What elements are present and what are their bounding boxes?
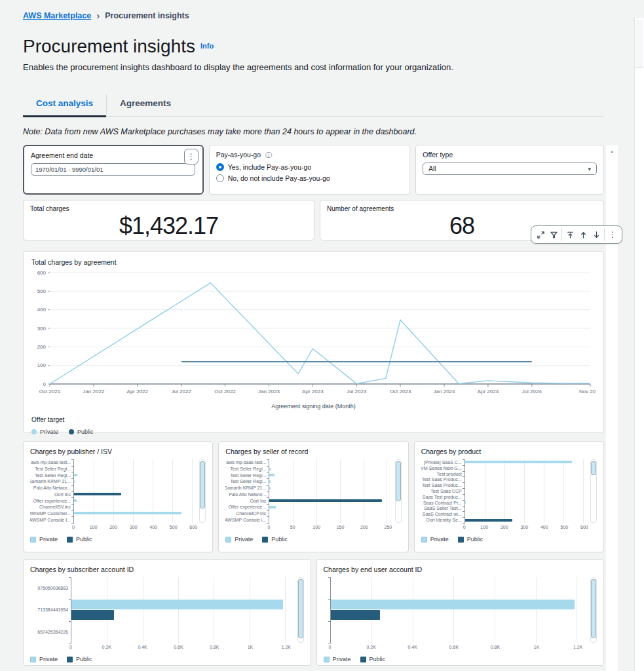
bar-row[interactable] — [71, 599, 294, 621]
breadcrumb-link-aws-marketplace[interactable]: AWS Marketplace — [23, 11, 91, 20]
bar-private[interactable] — [465, 501, 466, 504]
legend-item-private[interactable]: Private — [30, 536, 58, 543]
bar-public[interactable] — [71, 610, 114, 620]
bar-row[interactable] — [269, 472, 391, 478]
bar-private[interactable] — [269, 480, 270, 483]
bar-row[interactable] — [465, 482, 587, 488]
bar-row[interactable] — [465, 494, 587, 500]
line-chart-plot[interactable]: 0100200300400500600Oct 2021Jan 2022Apr 2… — [31, 266, 596, 403]
offer-type-select[interactable]: All ▾ — [423, 163, 597, 175]
bar-private[interactable] — [269, 506, 275, 508]
bar-private[interactable] — [331, 600, 575, 609]
info-link[interactable]: Info — [200, 42, 214, 50]
page-scrollbar[interactable] — [634, 18, 644, 671]
bar-row[interactable] — [269, 510, 391, 517]
bar-row[interactable] — [465, 476, 587, 482]
bar-row[interactable] — [269, 491, 391, 498]
bar-chart-plot[interactable]: [Private] SaaS C...VM-Series Next-G...Te… — [421, 459, 597, 530]
bar-row[interactable] — [465, 488, 587, 494]
info-circle-icon[interactable]: ⓘ — [265, 151, 272, 159]
bar-row[interactable] — [74, 491, 196, 498]
bar-public[interactable] — [269, 499, 382, 502]
bar-row[interactable] — [71, 577, 294, 599]
bar-row[interactable] — [74, 466, 196, 472]
dashboard-scrollbar[interactable]: ▲ — [606, 145, 618, 671]
arrow-down-icon[interactable] — [590, 228, 603, 241]
bar-private[interactable] — [74, 474, 77, 476]
bar-private[interactable] — [71, 600, 283, 609]
bar-public[interactable] — [74, 493, 121, 495]
bar-private[interactable] — [269, 487, 271, 489]
bar-row[interactable] — [74, 497, 196, 504]
radio-option-no[interactable]: No, do not include Pay-as-you-go — [216, 174, 404, 182]
bar-chart-plot[interactable]: 97505003688371338444195465742535422600.2… — [30, 577, 304, 650]
bar-row[interactable] — [465, 465, 587, 471]
scroll-up-icon[interactable]: ▲ — [606, 145, 618, 153]
bar-row[interactable] — [465, 500, 587, 506]
chart-scrollbar[interactable] — [590, 459, 597, 523]
bar-private[interactable] — [74, 480, 75, 483]
legend-item-public[interactable]: Public — [262, 536, 288, 543]
legend-item-private[interactable]: Private — [31, 429, 58, 435]
chart-scrollbar[interactable] — [590, 577, 597, 643]
kebab-menu-icon[interactable]: ⋮ — [184, 149, 199, 164]
bar-row[interactable] — [465, 506, 587, 512]
scrollbar-thumb[interactable] — [635, 20, 643, 67]
filter-label: Pay-as-you-go — [216, 151, 261, 159]
kebab-menu-icon[interactable]: ⋮ — [606, 228, 619, 241]
bar-row[interactable] — [269, 504, 391, 510]
bar-private[interactable] — [74, 512, 181, 514]
legend-item-public[interactable]: Public — [458, 536, 483, 543]
bar-public[interactable] — [465, 519, 512, 522]
tab-agreements[interactable]: Agreements — [106, 94, 184, 116]
bar-row[interactable] — [74, 472, 196, 478]
bar-row[interactable] — [269, 459, 391, 466]
bar-chart-plot[interactable]: aws-mp-saas-test...Test Seller Regi...Te… — [225, 459, 401, 530]
bar-row[interactable] — [269, 485, 391, 491]
filter-funnel-icon[interactable] — [547, 228, 560, 241]
legend-item-public[interactable]: Public — [360, 656, 386, 662]
bar-row[interactable] — [331, 577, 588, 599]
bar-row[interactable] — [465, 517, 587, 523]
bar-row[interactable] — [74, 485, 196, 491]
move-to-top-icon[interactable] — [563, 228, 577, 241]
bar-row[interactable] — [71, 621, 294, 643]
bar-row[interactable] — [465, 511, 587, 517]
bar-row[interactable] — [74, 516, 196, 523]
chart-scrollbar[interactable] — [395, 459, 402, 523]
bar-row[interactable] — [331, 621, 588, 643]
expand-icon[interactable] — [534, 228, 547, 241]
tab-cost-analysis[interactable]: Cost analysis — [23, 94, 106, 116]
bar-row[interactable] — [269, 478, 391, 485]
bar-private[interactable] — [269, 474, 274, 476]
chart-scrollbar[interactable] — [199, 459, 206, 523]
radio-option-yes[interactable]: Yes, include Pay-as-you-go — [216, 163, 404, 171]
date-range-input[interactable] — [31, 163, 195, 176]
bar-row[interactable] — [269, 516, 391, 523]
bar-row[interactable] — [74, 478, 196, 485]
bar-row[interactable] — [331, 599, 588, 621]
bar-private[interactable] — [74, 499, 77, 502]
bar-row[interactable] — [465, 471, 587, 477]
arrow-up-icon[interactable] — [577, 228, 590, 241]
bar-chart-plot[interactable]: aws-mp-saas-test...Test Seller Regi...Te… — [30, 459, 206, 530]
bar-row[interactable] — [74, 504, 196, 510]
bar-row[interactable] — [74, 459, 196, 466]
bar-row[interactable] — [465, 459, 587, 465]
bar-public[interactable] — [331, 610, 380, 620]
bar-row[interactable] — [74, 510, 196, 517]
svg-text:Jan 2024: Jan 2024 — [434, 389, 455, 394]
legend-item-private[interactable]: Private — [225, 536, 253, 543]
legend-item-private[interactable]: Private — [421, 536, 449, 543]
bar-row[interactable] — [269, 466, 391, 472]
bar-private[interactable] — [465, 461, 573, 463]
legend-item-private[interactable]: Private — [324, 656, 351, 662]
legend-item-private[interactable]: Private — [30, 656, 58, 662]
legend-item-public[interactable]: Public — [69, 429, 94, 435]
bar-row[interactable] — [269, 497, 391, 504]
legend-item-public[interactable]: Public — [67, 656, 92, 662]
legend-item-public[interactable]: Public — [67, 536, 92, 543]
bar-chart-plot[interactable]: 00.2K0.4K0.6K0.8K1K1.2K — [324, 577, 597, 650]
chart-scrollbar[interactable] — [297, 577, 304, 643]
bar-private[interactable] — [269, 468, 271, 470]
